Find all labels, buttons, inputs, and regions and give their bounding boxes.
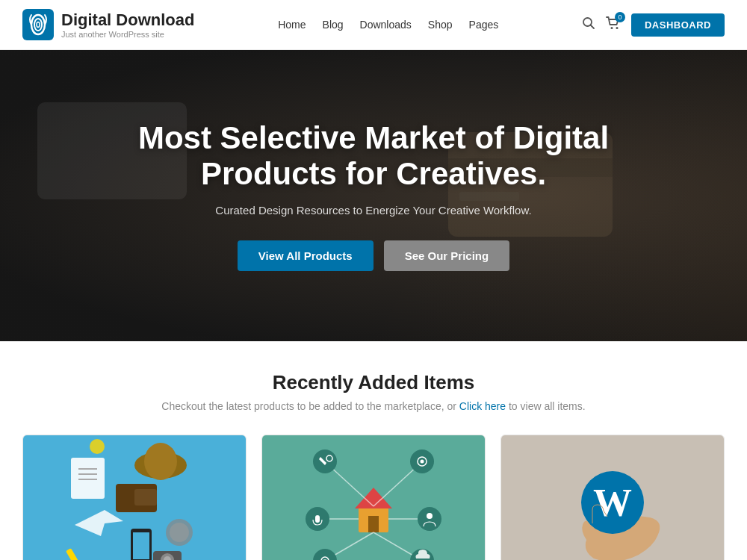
svg-point-7 <box>616 27 618 29</box>
hero-buttons: View All Products See Our Pricing <box>112 240 635 271</box>
section-title: Recently Added Items <box>22 371 725 394</box>
cart-count: 0 <box>615 12 625 22</box>
search-icon[interactable] <box>582 16 595 34</box>
dashboard-button[interactable]: DASHBOARD <box>631 13 725 37</box>
logo-icon <box>22 9 54 40</box>
svg-point-18 <box>144 443 177 480</box>
svg-rect-33 <box>368 516 379 532</box>
main-nav: Home Blog Downloads Shop Pages <box>278 19 498 31</box>
product-card[interactable]: W Free WordPress Plugins $30.00 <box>500 435 725 560</box>
svg-rect-22 <box>133 532 149 559</box>
nav-blog[interactable]: Blog <box>323 19 344 31</box>
svg-text:W: W <box>593 482 632 524</box>
hero-section: Most Selective Market of Digital Product… <box>0 50 747 341</box>
product-image <box>262 435 485 560</box>
product-card[interactable]: 100 Flat Icons $1.00 – $3.00 <box>22 435 247 560</box>
product-card[interactable]: 100 Free Business Icons Free <box>261 435 486 560</box>
site-header: Digital Download Just another WordPress … <box>0 0 747 50</box>
cart-icon[interactable]: 0 <box>606 16 621 33</box>
svg-rect-0 <box>22 9 54 40</box>
hero-content: Most Selective Market of Digital Product… <box>112 120 635 272</box>
logo-title: Digital Download <box>61 10 194 30</box>
svg-point-50 <box>427 513 433 519</box>
svg-point-25 <box>90 439 105 454</box>
svg-line-5 <box>590 25 594 28</box>
svg-point-48 <box>421 460 424 464</box>
svg-point-6 <box>610 27 613 29</box>
logo-text: Digital Download Just another WordPress … <box>61 10 194 39</box>
svg-rect-20 <box>134 489 157 505</box>
view-all-products-button[interactable]: View All Products <box>238 240 374 271</box>
nav-shop[interactable]: Shop <box>428 19 453 31</box>
product-grid: 100 Flat Icons $1.00 – $3.00 <box>22 435 725 560</box>
hero-title: Most Selective Market of Digital Product… <box>112 120 635 193</box>
nav-pages[interactable]: Pages <box>469 19 499 31</box>
nav-actions: 0 DASHBOARD <box>582 13 725 37</box>
nav-home[interactable]: Home <box>278 19 306 31</box>
recently-added-section: Recently Added Items Checkout the latest… <box>0 341 747 560</box>
svg-point-24 <box>170 523 189 542</box>
section-subtitle: Checkout the latest products to be added… <box>22 400 725 412</box>
logo-subtitle: Just another WordPress site <box>61 30 194 39</box>
see-pricing-button[interactable]: See Our Pricing <box>384 240 510 271</box>
nav-downloads[interactable]: Downloads <box>360 19 412 31</box>
svg-rect-49 <box>315 515 320 523</box>
product-image: W <box>501 435 724 560</box>
hero-subtitle: Curated Design Resources to Energize You… <box>112 204 635 217</box>
product-image <box>23 435 246 560</box>
logo[interactable]: Digital Download Just another WordPress … <box>22 9 194 40</box>
svg-rect-13 <box>71 458 105 499</box>
click-here-link[interactable]: Click here <box>459 400 506 412</box>
